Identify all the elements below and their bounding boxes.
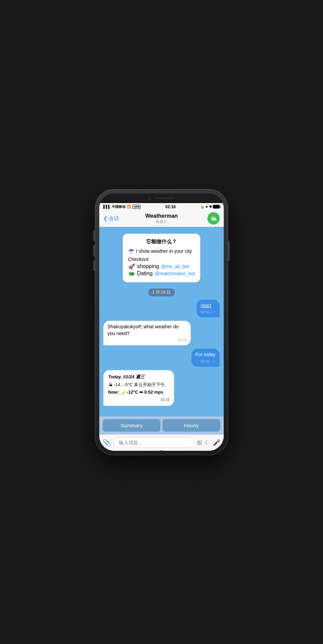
screen: ▌▌▌ 中国移动 📶 VPN 02:16 🔒 ➤ ✱ ❮ 会话 bbox=[99, 203, 224, 451]
bot-avatar[interactable]: ⛅ bbox=[207, 212, 220, 225]
welcome-line1-text: I show weather in your city bbox=[136, 248, 192, 254]
weather-question-time: 02:16 bbox=[107, 338, 187, 343]
message-row-start: /start 02:16 ✓✓ bbox=[103, 300, 220, 318]
status-time: 02:16 bbox=[165, 204, 176, 209]
back-label: 会话 bbox=[109, 215, 119, 222]
start-time: 02:16 ✓✓ bbox=[201, 310, 216, 315]
sticker-icon[interactable]: ⊞ bbox=[197, 439, 202, 446]
nav-subtitle: 机器人 bbox=[145, 219, 178, 224]
attach-icon[interactable]: 📎 bbox=[103, 439, 111, 447]
checkmarks-today: ✓✓ bbox=[210, 360, 216, 363]
start-text: /start bbox=[201, 303, 211, 308]
welcome-bubble: 它能做什么？ ☂️ I show weather in your city Ch… bbox=[123, 234, 201, 282]
nav-title: Weatherman bbox=[145, 213, 178, 219]
bubble-for-today: For today 02:16 ✓✓ bbox=[191, 349, 220, 367]
carrier-name: 中国移动 bbox=[112, 204, 125, 209]
input-bar: 📎 ⊞ ☾ 🎤 bbox=[99, 434, 224, 451]
status-bar: ▌▌▌ 中国移动 📶 VPN 02:16 🔒 ➤ ✱ bbox=[99, 203, 224, 211]
umbrella-emoji: ☂️ bbox=[128, 248, 134, 254]
phone-inner: ▌▌▌ 中国移动 📶 VPN 02:16 🔒 ➤ ✱ ❮ 会话 bbox=[99, 194, 224, 451]
weather-now-line: Now: 🌙 -12°C ⬅ 0.52 mps bbox=[108, 389, 169, 396]
vpn-badge: VPN bbox=[132, 205, 141, 209]
battery-icon bbox=[213, 205, 220, 209]
weather-question-text: ShakuyakukyoP, what weather do you need? bbox=[107, 324, 178, 336]
bluetooth-icon: ✱ bbox=[209, 205, 212, 209]
back-button[interactable]: ❮ 会话 bbox=[103, 215, 119, 222]
welcome-checkout-label: Checkout: bbox=[128, 257, 195, 262]
ref2-text: Dating bbox=[137, 270, 153, 277]
wifi-icon: 📶 bbox=[127, 205, 131, 209]
avatar-emoji: ⛅ bbox=[210, 215, 217, 222]
date-separator: 1 月 24 日 bbox=[148, 288, 175, 296]
action-buttons-area: Summary Hourly bbox=[99, 416, 224, 434]
chevron-left-icon: ❮ bbox=[103, 215, 108, 221]
phone-top-bar bbox=[99, 194, 224, 203]
rocket-emoji: 🚀 bbox=[128, 263, 135, 270]
summary-button[interactable]: Summary bbox=[103, 419, 160, 432]
weather-temp-line: 🌤 -14...-5°C 多云开始于下午。 bbox=[108, 381, 169, 389]
ref2-link[interactable]: @matchmaker_bot bbox=[155, 271, 195, 276]
ref1-link[interactable]: @my_ali_bot bbox=[161, 264, 189, 269]
emoji-icon[interactable]: ☾ bbox=[205, 439, 210, 446]
phone-frame: ▌▌▌ 中国移动 📶 VPN 02:16 🔒 ➤ ✱ ❮ 会话 bbox=[95, 189, 228, 455]
status-right: 🔒 ➤ ✱ bbox=[200, 205, 220, 209]
nav-bar: ❮ 会话 Weatherman 机器人 ⛅ bbox=[99, 211, 224, 227]
location-icon: ➤ bbox=[205, 205, 208, 209]
mic-icon[interactable]: 🎤 bbox=[213, 439, 220, 446]
welcome-line1: ☂️ I show weather in your city bbox=[128, 248, 195, 254]
for-today-time: 02:16 ✓✓ bbox=[196, 359, 216, 364]
lock-icon: 🔒 bbox=[200, 205, 204, 209]
status-left: ▌▌▌ 中国移动 📶 VPN bbox=[103, 204, 141, 209]
message-row-weather-question: ShakuyakukyoP, what weather do you need?… bbox=[103, 321, 220, 345]
camera-dot bbox=[148, 197, 151, 200]
message-input[interactable] bbox=[114, 437, 194, 448]
dragon-emoji: 🐲 bbox=[128, 270, 135, 277]
checkmarks-start: ✓✓ bbox=[210, 310, 216, 314]
ref1-text: shopping bbox=[137, 263, 159, 269]
weather-time: 02:16 bbox=[108, 397, 169, 402]
chat-area[interactable]: 它能做什么？ ☂️ I show weather in your city Ch… bbox=[99, 227, 224, 416]
weather-date-line: Today, 01/24 週三 bbox=[108, 374, 169, 381]
message-row-weather-report: Today, 01/24 週三 🌤 -14...-5°C 多云开始于下午。 No… bbox=[103, 370, 220, 406]
weather-report-bubble: Today, 01/24 週三 🌤 -14...-5°C 多云开始于下午。 No… bbox=[103, 370, 174, 406]
message-row-for-today: For today 02:16 ✓✓ bbox=[103, 349, 220, 367]
bubble-start: /start 02:16 ✓✓ bbox=[197, 300, 220, 318]
bubble-weather-question: ShakuyakukyoP, what weather do you need?… bbox=[103, 321, 191, 345]
speaker-bar bbox=[154, 197, 175, 199]
welcome-ref2: 🐲 Dating @matchmaker_bot bbox=[128, 270, 195, 277]
welcome-ref1: 🚀 shopping @my_ali_bot bbox=[128, 263, 195, 270]
hourly-button[interactable]: Hourly bbox=[163, 419, 220, 432]
for-today-text: For today bbox=[196, 352, 216, 357]
signal-bars: ▌▌▌ bbox=[103, 205, 111, 209]
welcome-title: 它能做什么？ bbox=[128, 238, 195, 245]
nav-title-area: Weatherman 机器人 bbox=[145, 213, 178, 224]
